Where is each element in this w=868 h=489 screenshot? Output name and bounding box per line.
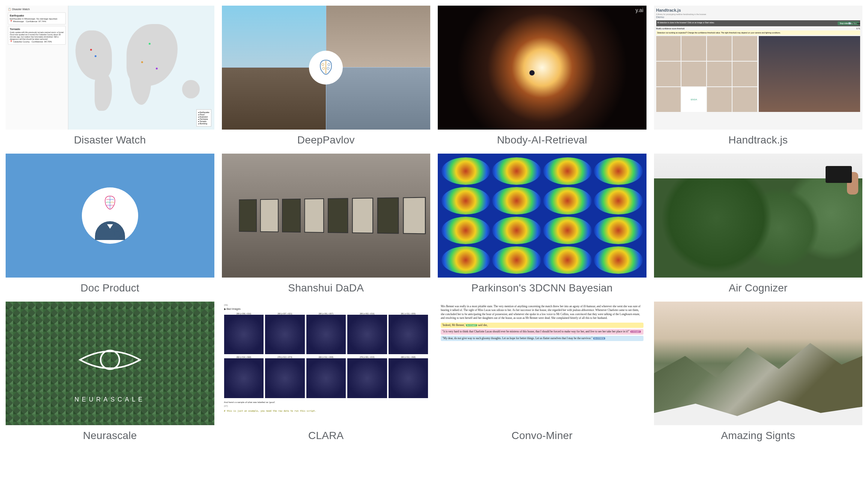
card-deeppavlov[interactable]: DeepPavlov bbox=[222, 6, 431, 146]
dw-event-sub-1: Quick update with this previously tornad… bbox=[10, 31, 64, 40]
card-nbody[interactable]: y.ai Nbody-AI-Retrieval bbox=[438, 6, 646, 146]
thumbnail-shanshui bbox=[222, 154, 431, 278]
thumbnail-clara: [46]: ▶ Bad Images 280 (z:006, t:016) 28… bbox=[222, 302, 431, 426]
thumbnail-deeppavlov bbox=[222, 6, 431, 130]
card-title-convominer: Convo-Miner bbox=[512, 430, 573, 442]
svg-point-2 bbox=[322, 67, 325, 69]
thumbnail-aircognizer bbox=[654, 154, 863, 278]
thumbnail-disaster-watch: 📋 Disaster Watch Earthquake Earthquake i… bbox=[6, 6, 214, 130]
dw-event-title-1: Tornado bbox=[10, 28, 64, 30]
doctor-icon bbox=[95, 221, 125, 240]
card-title-clara: CLARA bbox=[308, 430, 344, 442]
dw-legend: ● Earthquake ● Flood ● Explosion ● Hurri… bbox=[196, 109, 211, 127]
dw-app-title: Disaster Watch bbox=[12, 8, 30, 11]
thumbnail-handtrack: Handtrack.js A library for prototyping r… bbox=[654, 6, 863, 130]
svg-point-5 bbox=[101, 350, 119, 369]
card-neurascale[interactable]: NEURASCALE Neurascale bbox=[6, 302, 214, 442]
planet-icon bbox=[529, 70, 535, 75]
card-title-aircognizer: Air Cognizer bbox=[729, 282, 787, 294]
thumbnail-parkinsons bbox=[438, 154, 646, 278]
dw-event-title-0: Earthquake bbox=[10, 14, 64, 17]
neurascale-logo-text: NEURASCALE bbox=[75, 396, 145, 403]
thumbnail-docproduct bbox=[6, 154, 214, 278]
card-title-amazingsights: Amazing Signts bbox=[721, 430, 795, 442]
svg-point-1 bbox=[328, 63, 330, 66]
project-grid: 📋 Disaster Watch Earthquake Earthquake i… bbox=[6, 6, 862, 442]
thumbnail-neurascale: NEURASCALE bbox=[6, 302, 214, 426]
thumbnail-nbody: y.ai bbox=[438, 6, 646, 130]
card-title-neurascale: Neurascale bbox=[83, 430, 137, 442]
card-handtrack[interactable]: Handtrack.js A library for prototyping r… bbox=[654, 6, 863, 146]
card-shanshui[interactable]: Shanshui DaDA bbox=[222, 154, 431, 294]
card-amazingsights[interactable]: Amazing Signts bbox=[654, 302, 863, 442]
card-clara[interactable]: [46]: ▶ Bad Images 280 (z:006, t:016) 28… bbox=[222, 302, 431, 442]
brain-icon bbox=[309, 51, 343, 85]
cm-line-1: 'Indeed, Mr Bennet,' B-START said she, bbox=[441, 323, 643, 328]
cm-line-2: "it is very hard to think that Charlotte… bbox=[441, 329, 643, 335]
phone-icon bbox=[826, 166, 852, 183]
ht-demo-label: Demo bbox=[656, 15, 860, 19]
thumbnail-convominer: Mrs Bennet was really in a most pitiable… bbox=[438, 302, 646, 426]
card-docproduct[interactable]: Doc Product bbox=[6, 154, 214, 294]
ht-notice: Detection not working as expected? Chang… bbox=[656, 30, 860, 35]
card-title-parkinsons: Parkinson's 3DCNN Bayesian bbox=[472, 282, 613, 294]
brain-icon bbox=[101, 194, 119, 211]
card-title-deeppavlov: DeepPavlov bbox=[297, 134, 355, 146]
cm-line-3: "My dear, do not give way to such gloomy… bbox=[441, 336, 643, 341]
card-parkinsons[interactable]: Parkinson's 3DCNN Bayesian bbox=[438, 154, 646, 294]
card-title-nbody: Nbody-AI-Retrieval bbox=[497, 134, 587, 146]
card-disaster-watch[interactable]: 📋 Disaster Watch Earthquake Earthquake i… bbox=[6, 6, 214, 146]
ht-header: Handtrack.js bbox=[656, 8, 860, 12]
cm-paragraph: Mrs Bennet was really in a most pitiable… bbox=[441, 305, 643, 320]
card-title-disaster-watch: Disaster Watch bbox=[74, 134, 146, 146]
nbody-watermark: y.ai bbox=[636, 7, 643, 13]
eye-icon bbox=[76, 341, 144, 379]
card-title-docproduct: Doc Product bbox=[81, 282, 139, 294]
svg-point-3 bbox=[327, 67, 329, 69]
thumbnail-amazingsights bbox=[654, 302, 863, 426]
card-title-handtrack: Handtrack.js bbox=[728, 134, 788, 146]
card-aircognizer[interactable]: Air Cognizer bbox=[654, 154, 863, 294]
svg-point-0 bbox=[322, 63, 324, 66]
card-convominer[interactable]: Mrs Bennet was really in a most pitiable… bbox=[438, 302, 646, 442]
svg-point-4 bbox=[115, 231, 121, 237]
card-title-shanshui: Shanshui DaDA bbox=[288, 282, 364, 294]
